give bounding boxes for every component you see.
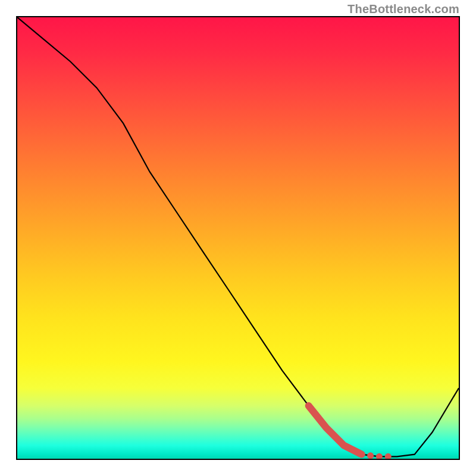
curve-overlay [17, 17, 459, 459]
bottleneck-curve [17, 17, 459, 456]
optimal-range-dot [376, 453, 383, 459]
chart-frame: TheBottleneck.com [0, 0, 476, 476]
optimal-range-dots [367, 452, 392, 459]
optimal-range-dot [385, 453, 392, 459]
plot-area [16, 16, 460, 460]
optimal-range-dot [367, 452, 374, 459]
optimal-range-segment [309, 406, 362, 455]
watermark-text: TheBottleneck.com [347, 2, 459, 16]
